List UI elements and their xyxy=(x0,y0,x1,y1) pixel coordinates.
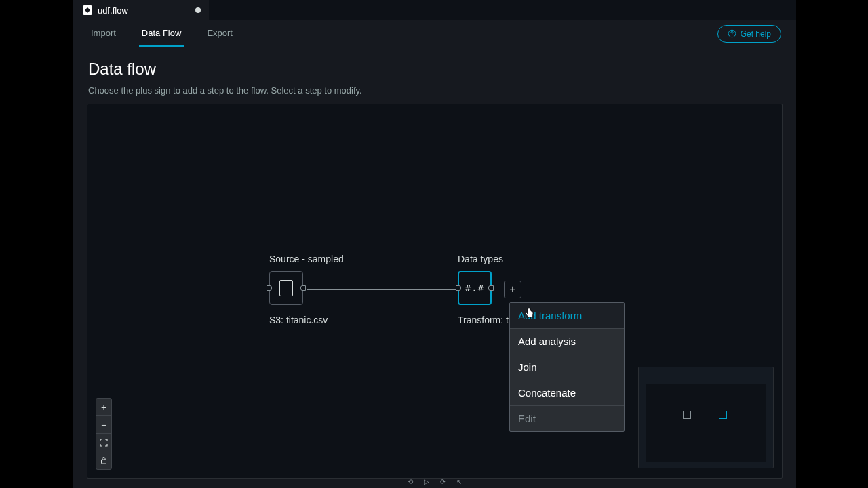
menu-item-join[interactable]: Join xyxy=(510,354,624,380)
port-out[interactable] xyxy=(488,285,494,291)
port-in[interactable] xyxy=(456,285,461,291)
tab-import[interactable]: Import xyxy=(88,20,119,47)
plus-icon: + xyxy=(509,283,515,296)
menu-label: Join xyxy=(518,361,537,373)
tab-export[interactable]: Export xyxy=(204,20,235,47)
node-box[interactable]: #.# xyxy=(458,271,492,305)
hash-icon: #.# xyxy=(465,283,484,293)
page-header: Data flow Choose the plus sign to add a … xyxy=(73,47,796,104)
help-icon xyxy=(728,29,736,38)
footer-cursor-icon: ↖ xyxy=(456,478,462,485)
node-title: Data types xyxy=(458,253,509,264)
menu-label: Edit xyxy=(518,413,536,424)
help-label: Get help xyxy=(741,29,771,39)
footer-icon[interactable]: ⟳ xyxy=(440,478,446,485)
file-tab-name: udf.flow xyxy=(98,5,128,16)
zoom-out-button[interactable]: − xyxy=(96,416,111,434)
context-menu: Add transform Add analysis Join Concaten… xyxy=(509,302,625,432)
zoom-fit-button[interactable] xyxy=(96,434,111,451)
minimap-node xyxy=(719,411,727,419)
page-title: Data flow xyxy=(88,60,781,79)
menu-item-add-analysis[interactable]: Add analysis xyxy=(510,329,624,354)
tab-data-flow[interactable]: Data Flow xyxy=(139,20,184,47)
footer-controls: ⟲ ▷ ⟳ ↖ xyxy=(408,478,462,485)
canvas-wrap: Source - sampled S3: titanic.csv Data ty… xyxy=(73,104,796,488)
lock-icon xyxy=(100,456,108,464)
page-subtitle: Choose the plus sign to add a step to th… xyxy=(88,85,781,96)
port-out[interactable] xyxy=(300,285,306,291)
menu-item-edit[interactable]: Edit xyxy=(510,406,624,431)
zoom-in-button[interactable]: + xyxy=(96,399,111,416)
minimap-node xyxy=(683,411,691,419)
tab-label: Data Flow xyxy=(142,28,182,38)
menu-label: Add analysis xyxy=(518,336,576,347)
footer-icon[interactable]: ⟲ xyxy=(408,478,413,485)
tab-label: Import xyxy=(91,28,116,38)
footer-icon[interactable]: ▷ xyxy=(424,478,429,485)
unsaved-dot-icon xyxy=(195,7,201,13)
app-logo-icon xyxy=(83,5,92,15)
minimap[interactable] xyxy=(638,367,774,468)
file-tab[interactable]: udf.flow xyxy=(73,0,209,20)
menu-item-concatenate[interactable]: Concatenate xyxy=(510,380,624,406)
svg-rect-2 xyxy=(102,460,106,464)
app-frame: udf.flow Import Data Flow Export Get hel… xyxy=(73,0,796,488)
zoom-lock-button[interactable] xyxy=(96,451,111,469)
add-step-button[interactable]: + xyxy=(504,281,521,298)
flow-canvas[interactable]: Source - sampled S3: titanic.csv Data ty… xyxy=(87,104,783,479)
nav-row: Import Data Flow Export Get help xyxy=(73,20,796,47)
node-box[interactable] xyxy=(269,271,303,305)
menu-label: Add transform xyxy=(518,310,582,321)
get-help-button[interactable]: Get help xyxy=(717,25,781,43)
port-in[interactable] xyxy=(267,285,272,291)
minus-icon: − xyxy=(101,420,106,430)
tab-label: Export xyxy=(207,28,233,38)
zoom-controls: + − xyxy=(96,398,112,470)
node-datatypes[interactable]: Data types #.# Transform: t xyxy=(458,253,509,325)
menu-item-add-transform[interactable]: Add transform xyxy=(510,303,624,329)
plus-icon: + xyxy=(101,402,106,413)
nav-tabs: Import Data Flow Export xyxy=(88,20,235,47)
fit-icon xyxy=(100,439,108,447)
menu-label: Concatenate xyxy=(518,387,576,399)
svg-point-1 xyxy=(732,35,732,36)
minimap-viewport xyxy=(646,384,766,462)
edge-source-to-datatypes xyxy=(307,289,456,290)
document-icon xyxy=(279,280,293,296)
node-caption: S3: titanic.csv xyxy=(269,314,344,325)
file-tab-bar: udf.flow xyxy=(73,0,796,20)
node-title: Source - sampled xyxy=(269,253,344,264)
node-caption: Transform: t xyxy=(458,314,509,325)
